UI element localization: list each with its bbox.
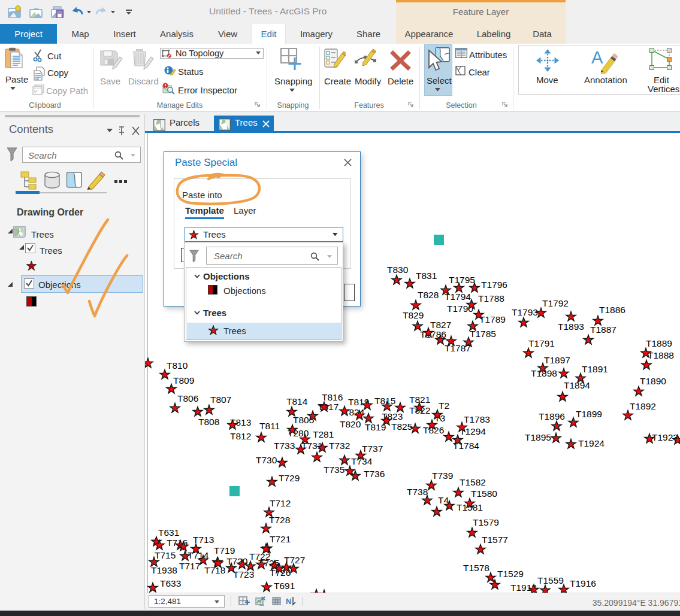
svg-text:T810: T810 (167, 360, 188, 371)
svg-text:T1578: T1578 (463, 563, 489, 573)
svg-text:T735: T735 (324, 465, 344, 475)
svg-text:T808: T808 (198, 417, 219, 427)
svg-text:T1893: T1893 (558, 321, 584, 332)
svg-text:T1792: T1792 (542, 298, 569, 308)
svg-text:T811: T811 (259, 421, 280, 431)
svg-text:T1923: T1923 (652, 432, 678, 442)
svg-text:T829: T829 (403, 310, 424, 320)
svg-text:T1888: T1888 (648, 350, 674, 360)
svg-text:T1894: T1894 (564, 380, 590, 390)
svg-text:T736: T736 (364, 469, 385, 479)
svg-text:T732: T732 (329, 441, 350, 451)
svg-text:T633: T633 (160, 578, 181, 588)
svg-text:T831: T831 (416, 271, 437, 281)
svg-text:T816: T816 (322, 392, 343, 402)
svg-text:T1886: T1886 (599, 305, 625, 315)
svg-text:T4: T4 (438, 495, 449, 505)
svg-text:T691: T691 (274, 581, 295, 591)
svg-text:T1924: T1924 (578, 438, 605, 448)
svg-text:T1785: T1785 (470, 329, 496, 339)
svg-text:T815: T815 (374, 396, 395, 406)
svg-text:N: N (286, 597, 291, 606)
svg-text:A: A (591, 48, 603, 67)
svg-text:T715: T715 (155, 550, 176, 560)
svg-text:T828: T828 (418, 290, 439, 300)
svg-text:T1896: T1896 (539, 411, 565, 421)
svg-text:T1892: T1892 (630, 401, 656, 411)
svg-text:T631: T631 (158, 527, 179, 538)
svg-text:T1786: T1786 (420, 329, 446, 339)
svg-text:T730: T730 (256, 455, 277, 465)
svg-text:T738: T738 (407, 487, 428, 497)
svg-text:T819: T819 (365, 422, 386, 432)
svg-text:T1529: T1529 (497, 569, 524, 579)
svg-text:T809: T809 (173, 375, 194, 386)
svg-text:T1582: T1582 (460, 477, 486, 487)
svg-text:T717: T717 (179, 561, 200, 571)
svg-text:T1788: T1788 (478, 293, 504, 304)
svg-text:T1890: T1890 (640, 376, 666, 386)
svg-text:T1895: T1895 (525, 432, 551, 442)
svg-text:T1897: T1897 (544, 355, 570, 365)
svg-text:T1559: T1559 (537, 575, 564, 585)
svg-text:T812: T812 (230, 431, 251, 441)
svg-text:T719: T719 (214, 545, 235, 556)
svg-text:T1899: T1899 (576, 409, 602, 419)
svg-text:T1889: T1889 (646, 338, 672, 348)
svg-text:T739: T739 (432, 471, 453, 481)
svg-text:T1783: T1783 (464, 414, 490, 424)
svg-text:T737: T737 (362, 444, 383, 454)
svg-text:T1796: T1796 (481, 280, 507, 290)
svg-text:T712: T712 (270, 498, 291, 508)
svg-text:T1916: T1916 (570, 578, 596, 588)
svg-text:T729: T729 (279, 473, 300, 483)
svg-text:T830: T830 (387, 265, 409, 275)
svg-text:T827: T827 (430, 320, 451, 330)
svg-text:T825: T825 (391, 421, 412, 432)
svg-text:T723: T723 (233, 569, 254, 579)
svg-text:T733: T733 (274, 441, 295, 451)
svg-text:T721: T721 (270, 534, 291, 544)
svg-text:T2: T2 (439, 400, 449, 411)
svg-text:T1580: T1580 (471, 488, 497, 499)
svg-text:T1891: T1891 (582, 364, 608, 374)
svg-text:T1938: T1938 (151, 565, 177, 575)
svg-text:T1579: T1579 (473, 517, 499, 527)
svg-text:T281: T281 (313, 429, 334, 439)
svg-text:T1887: T1887 (590, 324, 616, 335)
svg-text:T1795: T1795 (449, 275, 475, 285)
svg-text:T820: T820 (340, 419, 361, 429)
svg-text:T814: T814 (286, 396, 308, 406)
svg-text:T1789: T1789 (479, 314, 506, 324)
svg-text:T1791: T1791 (528, 338, 555, 348)
svg-text:T1577: T1577 (482, 535, 508, 545)
svg-text:T806: T806 (177, 393, 198, 403)
svg-text:T807: T807 (210, 395, 231, 405)
svg-text:T1793: T1793 (512, 307, 538, 317)
